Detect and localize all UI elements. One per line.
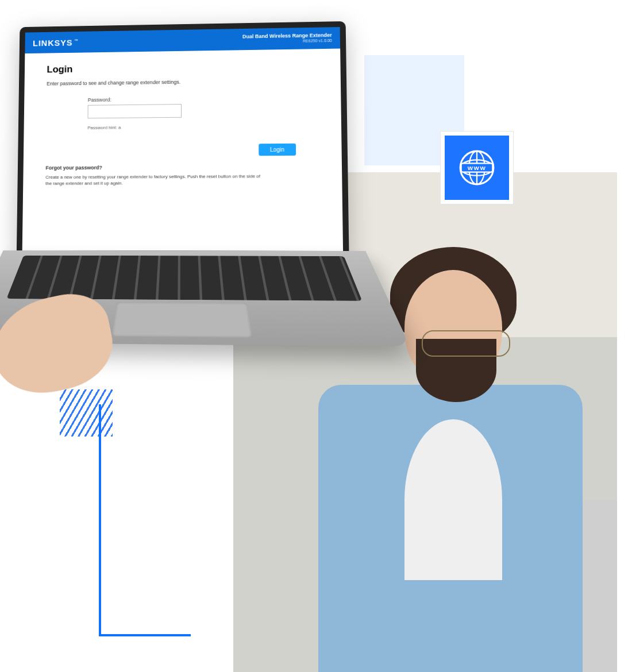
brand-text: LINKSYS bbox=[33, 37, 73, 48]
laptop-mockup: LINKSYS™ Dual Band Wireless Range Extend… bbox=[9, 21, 357, 412]
password-hint-label: Password hint: bbox=[87, 125, 117, 130]
reset-instructions: Create a new one by resetting your range… bbox=[45, 173, 263, 187]
brand-logo: LINKSYS™ bbox=[33, 37, 79, 48]
laptop-trackpad bbox=[111, 302, 252, 338]
password-input[interactable] bbox=[88, 104, 182, 118]
login-intro-text: Enter password to see and change range e… bbox=[47, 78, 318, 87]
router-admin-screen: LINKSYS™ Dual Band Wireless Range Extend… bbox=[22, 27, 343, 251]
password-hint-value: a bbox=[118, 125, 121, 130]
page-title: Login bbox=[47, 60, 318, 75]
decorative-frame-outline bbox=[99, 404, 191, 636]
laptop-screen-bezel: LINKSYS™ Dual Band Wireless Range Extend… bbox=[17, 21, 349, 257]
www-badge-text: WWW bbox=[468, 165, 487, 171]
password-label: Password: bbox=[88, 96, 218, 103]
globe-www-icon: WWW bbox=[445, 136, 509, 200]
login-button[interactable]: Login bbox=[259, 144, 296, 156]
forgot-password-heading: Forgot your password? bbox=[45, 164, 319, 171]
www-badge-tile: WWW bbox=[440, 131, 514, 204]
laptop-keyboard bbox=[6, 256, 362, 301]
